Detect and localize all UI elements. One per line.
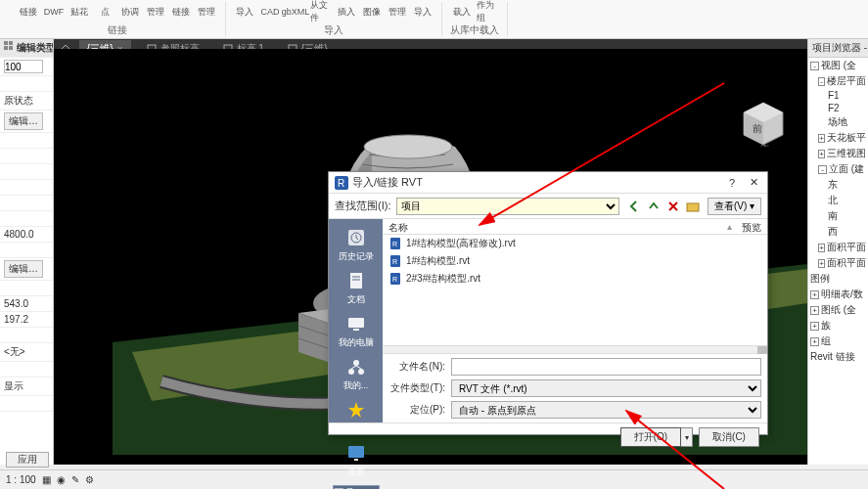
- rb-insert[interactable]: 插入: [336, 2, 357, 22]
- tree-node[interactable]: 场地: [808, 114, 868, 130]
- tree-node[interactable]: -立面 (建: [808, 161, 868, 177]
- view-button[interactable]: 查看(V) ▾: [708, 198, 761, 215]
- rb-gbxml[interactable]: gbXML: [285, 2, 306, 22]
- rb-manage2[interactable]: 管理: [196, 2, 217, 22]
- rb-link2[interactable]: 链接: [170, 2, 192, 22]
- up-icon[interactable]: [645, 198, 662, 215]
- sidebar-my-computer[interactable]: 我的电脑: [333, 309, 380, 352]
- rb-import2[interactable]: 导入: [412, 2, 434, 22]
- rb-fromfile[interactable]: 从文件: [310, 2, 332, 22]
- tree-node[interactable]: -视图 (全: [808, 58, 868, 73]
- filename-input[interactable]: [451, 358, 761, 376]
- rb-decal[interactable]: 贴花: [69, 2, 90, 22]
- tree-node[interactable]: +图纸 (全: [808, 302, 868, 318]
- tree-toggle-icon[interactable]: +: [810, 322, 819, 331]
- back-icon[interactable]: [625, 198, 643, 215]
- tools-dropdown[interactable]: 工具(L) ▾: [333, 485, 380, 489]
- sidebar-documents[interactable]: 文档: [333, 266, 380, 309]
- file-row[interactable]: R1#结构模型.rvt: [383, 252, 767, 270]
- rb-image[interactable]: 图像: [361, 2, 383, 22]
- tree-label: 天花板平: [827, 131, 866, 145]
- tree-toggle-icon[interactable]: +: [818, 134, 825, 143]
- rb-point[interactable]: 点: [94, 2, 115, 22]
- dialog-titlebar[interactable]: R 导入/链接 RVT ? ✕: [329, 172, 767, 194]
- prop-v3: 197.2: [0, 312, 53, 328]
- sb-icon-1[interactable]: ▦: [42, 474, 51, 485]
- tree-node[interactable]: +三维视图: [808, 146, 868, 161]
- rb-load[interactable]: 载入: [451, 2, 473, 22]
- prop-detail[interactable]: 原状态: [0, 92, 53, 111]
- rb-dwf[interactable]: DWF: [43, 2, 65, 22]
- prop-scale[interactable]: [0, 58, 53, 76]
- prop-edit2[interactable]: 编辑…: [0, 258, 53, 281]
- open-button[interactable]: 打开(O): [620, 427, 681, 447]
- look-in-select[interactable]: 项目: [396, 198, 618, 215]
- file-row[interactable]: R2#3#结构模型.rvt: [383, 270, 767, 288]
- tree-toggle-icon[interactable]: -: [818, 165, 827, 174]
- open-dropdown[interactable]: ▾: [681, 427, 693, 447]
- tree-node[interactable]: +面积平面: [808, 240, 868, 255]
- tree-node[interactable]: +组: [808, 333, 868, 349]
- sb-icon-3[interactable]: ✎: [71, 474, 79, 485]
- rb-manage1[interactable]: 管理: [145, 2, 166, 22]
- file-name: 1#结构模型.rvt: [406, 254, 470, 268]
- dialog-title: 导入/链接 RVT: [352, 175, 724, 190]
- status-scale[interactable]: 1 : 100: [6, 474, 36, 485]
- tree-node[interactable]: 南: [808, 208, 868, 224]
- rb-asgroup[interactable]: 作为组: [477, 2, 498, 22]
- tree-node[interactable]: +族: [808, 318, 868, 333]
- prop-edit-type[interactable]: 编辑类型: [0, 39, 53, 58]
- tree-node[interactable]: -楼层平面: [808, 73, 868, 89]
- help-button[interactable]: ?: [724, 175, 740, 191]
- tree-node[interactable]: Revit 链接: [808, 349, 868, 365]
- tree-toggle-icon[interactable]: +: [818, 244, 825, 252]
- rb-manage3[interactable]: 管理: [387, 2, 408, 22]
- tree-node[interactable]: F1: [808, 89, 868, 102]
- new-folder-icon[interactable]: [684, 198, 702, 215]
- tree-node[interactable]: 北: [808, 193, 868, 208]
- file-row[interactable]: R1#结构模型(高程修改).rvt: [383, 235, 767, 252]
- prop-edit-btn[interactable]: 编辑…: [0, 111, 53, 133]
- rb-coord[interactable]: 协调: [119, 2, 141, 22]
- tree-toggle-icon[interactable]: +: [818, 150, 825, 158]
- file-list[interactable]: R1#结构模型(高程修改).rvtR1#结构模型.rvtR2#3#结构模型.rv…: [383, 235, 767, 345]
- sb-icon-2[interactable]: ◉: [57, 474, 66, 485]
- revit-icon: R: [335, 176, 348, 190]
- tree-toggle-icon[interactable]: +: [810, 306, 819, 315]
- tree-node[interactable]: +天花板平: [808, 130, 868, 146]
- tree-toggle-icon[interactable]: -: [810, 62, 819, 70]
- tree-node[interactable]: 东: [808, 177, 868, 193]
- prop-show[interactable]: 显示: [0, 378, 53, 396]
- tree-node[interactable]: +明细表/数: [808, 287, 868, 302]
- file-header[interactable]: 名称 ▴ 预览: [383, 219, 767, 235]
- tree-node[interactable]: 图例: [808, 271, 868, 287]
- sidebar-desktop[interactable]: 桌面: [333, 438, 380, 481]
- cancel-button[interactable]: 取消(C): [699, 427, 759, 447]
- file-scroll[interactable]: [383, 345, 767, 353]
- view-cube[interactable]: 前 南: [739, 98, 788, 147]
- prop-none[interactable]: <无>: [0, 343, 53, 362]
- tree-toggle-icon[interactable]: +: [810, 337, 819, 346]
- prop-r8: [0, 211, 53, 227]
- tree-toggle-icon[interactable]: +: [818, 259, 825, 268]
- close-button[interactable]: ✕: [746, 175, 761, 191]
- tree-toggle-icon[interactable]: -: [818, 77, 825, 86]
- apply-button[interactable]: 应用: [6, 452, 49, 467]
- look-in-combo[interactable]: 项目: [396, 198, 618, 215]
- scale-input[interactable]: [4, 60, 43, 73]
- tree-toggle-icon[interactable]: +: [810, 290, 819, 299]
- filetype-select[interactable]: RVT 文件 (*.rvt): [451, 379, 761, 397]
- rb-import[interactable]: 导入: [234, 2, 255, 22]
- rb-link[interactable]: 链接: [18, 2, 39, 22]
- tree-node[interactable]: 西: [808, 224, 868, 240]
- position-select[interactable]: 自动 - 原点到原点: [451, 401, 761, 419]
- delete-icon[interactable]: [664, 198, 682, 215]
- rb-cad[interactable]: CAD: [259, 2, 281, 22]
- tree-node[interactable]: F2: [808, 102, 868, 114]
- sidebar-favorites[interactable]: 收藏夹: [333, 395, 380, 438]
- sidebar-history[interactable]: 历史记录: [333, 223, 380, 266]
- sidebar-my-network[interactable]: 我的...: [333, 352, 380, 395]
- col-name[interactable]: 名称: [388, 221, 727, 232]
- tree-node[interactable]: +面积平面: [808, 255, 868, 271]
- sb-icon-4[interactable]: ⚙: [85, 474, 94, 485]
